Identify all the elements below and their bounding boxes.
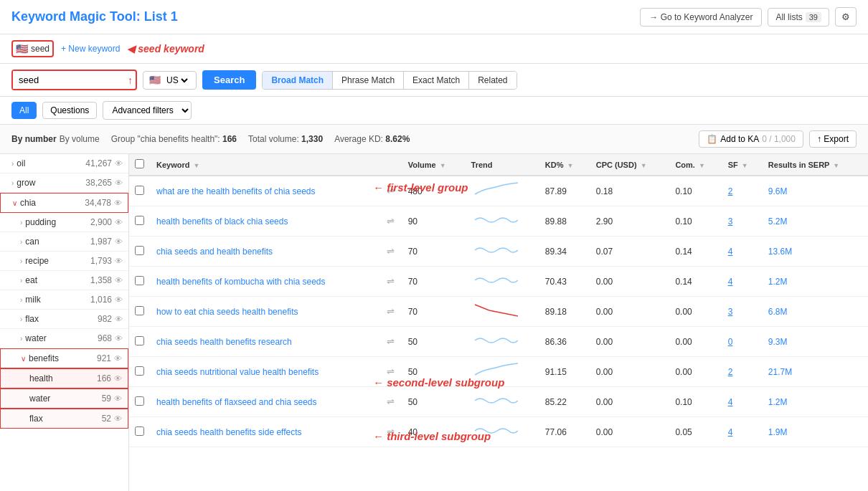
- serp-results-link[interactable]: 1.2M: [768, 277, 788, 287]
- all-lists-button[interactable]: All lists 39: [768, 8, 829, 27]
- by-number-option[interactable]: By number: [11, 134, 57, 144]
- search-input[interactable]: [13, 71, 128, 89]
- serp-results-link[interactable]: 13.6M: [768, 247, 792, 257]
- row-checkbox[interactable]: [135, 336, 144, 345]
- serp-results-link[interactable]: 1.2M: [768, 397, 788, 407]
- row-checkbox[interactable]: [135, 246, 144, 255]
- country-selector[interactable]: 🇺🇸 US: [143, 71, 197, 90]
- serp-results-link[interactable]: 21.7M: [768, 367, 792, 377]
- row-checkbox[interactable]: [135, 186, 144, 195]
- add-to-list-icon[interactable]: ⇌: [387, 306, 395, 317]
- sf-link[interactable]: 2: [728, 367, 733, 377]
- row-checkbox[interactable]: [135, 366, 144, 376]
- keyword-link[interactable]: health benefits of kombucha with chia se…: [156, 277, 325, 287]
- eye-icon[interactable]: 👁: [115, 257, 123, 265]
- all-filter-button[interactable]: All: [11, 102, 37, 119]
- new-keyword-button[interactable]: + New keyword: [61, 44, 120, 54]
- serp-results-link[interactable]: 9.3M: [768, 337, 788, 347]
- row-checkbox[interactable]: [135, 216, 144, 225]
- search-button[interactable]: Search: [202, 70, 256, 90]
- settings-button[interactable]: ⚙: [835, 7, 857, 27]
- keyword-link[interactable]: health benefits of black chia seeds: [156, 216, 288, 227]
- trend-cell: [466, 176, 539, 206]
- row-checkbox[interactable]: [135, 276, 144, 285]
- questions-filter-button[interactable]: Questions: [42, 102, 97, 119]
- exact-match-button[interactable]: Exact Match: [404, 72, 469, 89]
- eye-icon[interactable]: 👁: [115, 237, 123, 246]
- sf-link[interactable]: 0: [728, 337, 733, 347]
- sf-link[interactable]: 4: [728, 427, 733, 437]
- keyword-link[interactable]: chia seeds health benefits research: [156, 337, 292, 347]
- eye-icon[interactable]: 👁: [115, 315, 123, 323]
- sf-link[interactable]: 3: [728, 307, 733, 317]
- eye-icon[interactable]: 👁: [115, 218, 123, 227]
- sf-link[interactable]: 3: [728, 216, 733, 227]
- sf-link[interactable]: 2: [728, 186, 733, 196]
- broad-match-button[interactable]: Broad Match: [263, 72, 333, 89]
- sidebar-item-milk[interactable]: › milk 1,016 👁: [0, 290, 128, 310]
- eye-icon[interactable]: 👁: [115, 159, 123, 168]
- add-to-list-icon[interactable]: ⇌: [387, 186, 395, 196]
- advanced-filters-dropdown[interactable]: Advanced filters: [103, 101, 192, 120]
- row-checkbox[interactable]: [135, 396, 144, 406]
- sf-link[interactable]: 4: [728, 277, 733, 287]
- by-volume-option[interactable]: By volume: [60, 134, 100, 144]
- row-checkbox[interactable]: [135, 426, 144, 436]
- sidebar-item-flax-l3[interactable]: flax 52 👁: [0, 409, 128, 429]
- sidebar-item-water[interactable]: › water 968 👁: [0, 329, 128, 348]
- add-to-list-icon[interactable]: ⇌: [387, 276, 395, 287]
- add-to-list-icon[interactable]: ⇌: [387, 426, 395, 437]
- serp-results-link[interactable]: 9.6M: [768, 186, 788, 196]
- eye-icon[interactable]: 👁: [114, 394, 122, 403]
- volume-cell: 90: [402, 206, 466, 237]
- eye-icon[interactable]: 👁: [115, 334, 123, 343]
- sidebar-item-oil[interactable]: › oil 41,267 👁: [0, 154, 128, 173]
- eye-icon[interactable]: 👁: [115, 295, 123, 304]
- add-to-list-icon[interactable]: ⇌: [387, 336, 395, 347]
- keyword-link[interactable]: how to eat chia seeds health benefits: [156, 307, 298, 317]
- goto-ka-button[interactable]: → Go to Keyword Analyzer: [640, 8, 762, 27]
- keyword-link[interactable]: health benefits of flaxseed and chia see…: [156, 397, 317, 407]
- eye-icon[interactable]: 👁: [114, 199, 122, 207]
- eye-icon[interactable]: 👁: [114, 374, 122, 383]
- col-checkbox: [129, 154, 151, 176]
- serp-results-link[interactable]: 6.8M: [768, 307, 788, 317]
- phrase-match-button[interactable]: Phrase Match: [333, 72, 404, 89]
- keyword-link[interactable]: chia seeds health benefits side effects: [156, 427, 302, 437]
- add-to-list-icon[interactable]: ⇌: [387, 396, 395, 407]
- kd-cell: 91.15: [539, 357, 590, 387]
- add-to-ka-button[interactable]: 📋 Add to KA 0 / 1,000: [699, 130, 803, 148]
- sidebar-item-grow[interactable]: › grow 38,265 👁: [0, 173, 128, 193]
- row-checkbox[interactable]: [135, 306, 144, 315]
- sf-link[interactable]: 4: [728, 247, 733, 257]
- stats-info: Group "chia benefits health": 166 Total …: [111, 134, 410, 144]
- sidebar-item-water-l3[interactable]: water 59 👁: [0, 388, 128, 409]
- sidebar-item-pudding[interactable]: › pudding 2,900 👁: [0, 213, 128, 232]
- sidebar-item-benefits[interactable]: ∨ benefits 921 👁: [0, 348, 128, 368]
- eye-icon[interactable]: 👁: [115, 276, 123, 285]
- add-to-list-icon[interactable]: ⇌: [387, 216, 395, 227]
- country-dropdown[interactable]: US: [164, 75, 190, 86]
- seed-tab[interactable]: 🇺🇸 seed: [11, 40, 54, 57]
- eye-icon[interactable]: 👁: [114, 414, 122, 423]
- sidebar-item-chia[interactable]: ∨ chia 34,478 👁: [0, 193, 128, 213]
- serp-results-link[interactable]: 5.2M: [768, 216, 788, 227]
- sidebar-item-recipe[interactable]: › recipe 1,793 👁: [0, 252, 128, 271]
- keyword-link[interactable]: chia seeds nutritional value health bene…: [156, 367, 319, 377]
- eye-icon[interactable]: 👁: [114, 354, 122, 363]
- select-all-checkbox[interactable]: [135, 159, 144, 168]
- chevron-icon: ›: [11, 160, 14, 168]
- related-match-button[interactable]: Related: [469, 72, 516, 89]
- add-to-list-icon[interactable]: ⇌: [387, 366, 395, 377]
- sidebar-item-flax[interactable]: › flax 982 👁: [0, 310, 128, 329]
- eye-icon[interactable]: 👁: [115, 178, 123, 187]
- serp-results-link[interactable]: 1.9M: [768, 427, 788, 437]
- add-to-list-icon[interactable]: ⇌: [387, 246, 395, 257]
- keyword-link[interactable]: what are the health benefits of chia see…: [156, 186, 315, 196]
- keyword-link[interactable]: chia seeds and health benefits: [156, 247, 273, 257]
- sidebar-item-can[interactable]: › can 1,987 👁: [0, 232, 128, 252]
- sidebar-item-eat[interactable]: › eat 1,358 👁: [0, 271, 128, 290]
- sidebar-item-health[interactable]: health 166 👁: [0, 368, 128, 388]
- sf-link[interactable]: 4: [728, 397, 733, 407]
- export-button[interactable]: ↑ Export: [809, 130, 857, 148]
